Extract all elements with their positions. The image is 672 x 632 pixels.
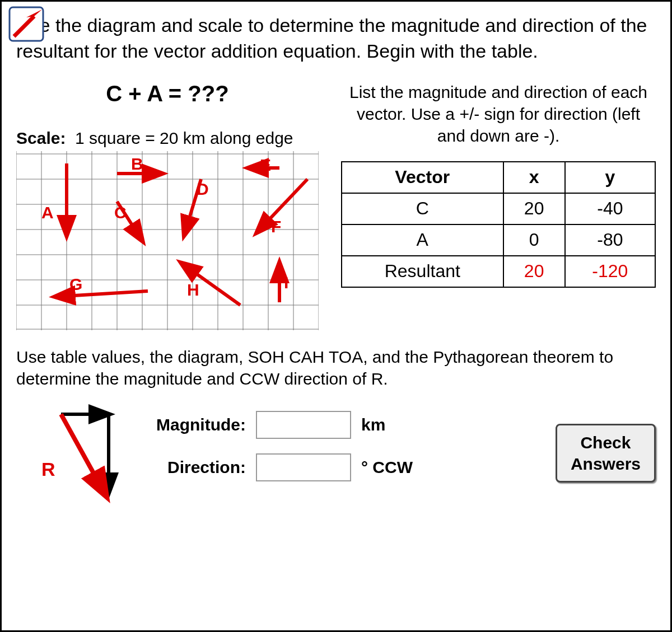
svg-text:E: E (260, 156, 271, 174)
check-line2: Answers (571, 455, 641, 473)
instructions-text: Use the diagram and scale to determine t… (16, 13, 656, 64)
resultant-diagram: R (16, 403, 134, 504)
svg-text:A: A (41, 203, 54, 222)
cell-x: 20 (503, 193, 565, 224)
table-header-row: Vector x y (342, 162, 655, 193)
table-row: A 0 -80 (342, 224, 655, 256)
left-column: C + A = ??? Scale: 1 square = 20 km alon… (16, 81, 319, 330)
cell-y: -120 (565, 256, 655, 287)
svg-line-44 (61, 414, 106, 495)
vector-grid-diagram: A B C D E F G H I (16, 151, 319, 330)
svg-text:H: H (187, 280, 199, 299)
answer-area: R Magnitude: km Direction: ° CCW Check A… (16, 403, 656, 504)
direction-row: Direction: ° CCW (145, 453, 544, 481)
direction-input[interactable] (256, 453, 351, 481)
check-answers-button[interactable]: Check Answers (556, 424, 656, 483)
corner-arrow-icon (7, 5, 46, 44)
right-column: List the magnitude and direction of each… (341, 81, 656, 288)
magnitude-unit: km (361, 415, 428, 434)
magnitude-row: Magnitude: km (145, 411, 544, 439)
svg-text:G: G (69, 275, 82, 293)
inputs-column: Magnitude: km Direction: ° CCW (145, 411, 544, 496)
svg-text:F: F (271, 217, 281, 236)
top-row: C + A = ??? Scale: 1 square = 20 km alon… (16, 81, 656, 330)
cell-name: A (342, 224, 503, 256)
cell-y: -80 (565, 224, 655, 256)
col-vector: Vector (342, 162, 503, 193)
worksheet-page: Use the diagram and scale to determine t… (0, 0, 672, 632)
svg-text:I: I (284, 273, 288, 292)
cell-name: Resultant (342, 256, 503, 287)
scale-label: Scale: (16, 129, 66, 147)
cell-x: 0 (503, 224, 565, 256)
r-label: R (41, 458, 55, 480)
col-x: x (503, 162, 565, 193)
svg-text:C: C (114, 203, 127, 222)
scale-line: Scale: 1 square = 20 km along edge (16, 129, 319, 148)
magnitude-input[interactable] (256, 411, 351, 439)
magnitude-label: Magnitude: (145, 415, 246, 434)
list-note-text: List the magnitude and direction of each… (341, 81, 656, 147)
svg-line-29 (257, 179, 307, 232)
svg-text:D: D (197, 180, 209, 198)
table-row: C 20 -40 (342, 193, 655, 224)
scale-value: 1 square = 20 km along edge (75, 129, 293, 147)
col-y: y (565, 162, 655, 193)
svg-text:B: B (131, 155, 143, 173)
cell-x: 20 (503, 256, 565, 287)
check-line1: Check (580, 433, 631, 452)
vector-table: Vector x y C 20 -40 A 0 -80 (341, 161, 656, 288)
equation-text: C + A = ??? (16, 81, 319, 106)
cell-name: C (342, 193, 503, 224)
cell-y: -40 (565, 193, 655, 224)
direction-unit: ° CCW (361, 458, 428, 477)
table-row: Resultant 20 -120 (342, 256, 655, 287)
lower-instructions: Use table values, the diagram, SOH CAH T… (16, 346, 656, 390)
direction-label: Direction: (145, 458, 246, 477)
